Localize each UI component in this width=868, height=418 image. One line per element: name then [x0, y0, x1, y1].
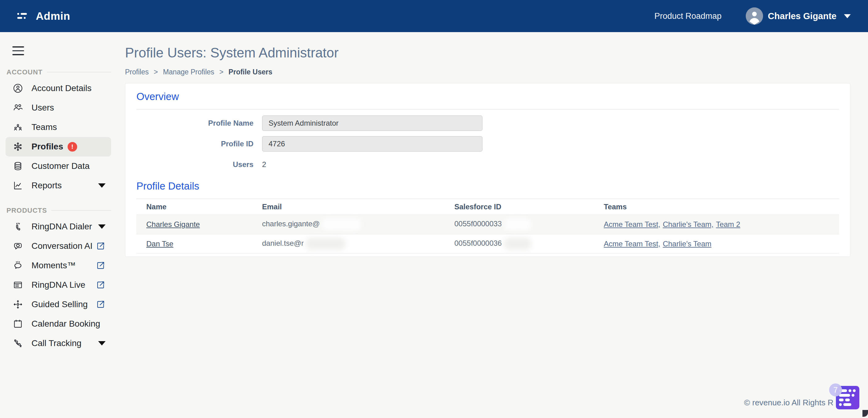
- redacted-text: [322, 218, 362, 230]
- salesforce-id-cell: 0055f0000036: [454, 238, 604, 250]
- sidebar-item-guided-selling[interactable]: Guided Selling: [5, 295, 111, 314]
- redacted-text: [306, 238, 346, 250]
- sidebar-item-account-details[interactable]: Account Details: [5, 79, 111, 98]
- profile-details-heading: Profile Details: [136, 180, 850, 192]
- users-label: Users: [125, 160, 253, 169]
- redacted-text: [504, 218, 531, 230]
- team-link[interactable]: Charlie's Team,: [663, 220, 713, 229]
- product-roadmap-link[interactable]: Product Roadmap: [654, 11, 722, 21]
- chat-unread-badge: 7: [829, 383, 842, 396]
- user-menu[interactable]: Charles Gigante: [746, 7, 851, 25]
- divider: [136, 109, 839, 110]
- chevron-down-icon: [844, 14, 851, 18]
- user-name-link[interactable]: Charles Gigante: [146, 220, 200, 229]
- revenue-logo-icon: [17, 12, 31, 20]
- teams-cell: Acme Team Test,Charlie's Team: [604, 240, 839, 248]
- external-link-icon: [96, 299, 105, 309]
- main-content: Profile Users: System Administrator Prof…: [117, 32, 868, 418]
- hamburger-menu-icon[interactable]: [12, 46, 24, 55]
- avatar: [746, 7, 763, 25]
- profile-id-label: Profile ID: [125, 140, 253, 148]
- sidebar-section-account: ACCOUNT: [6, 68, 111, 76]
- user-name: Charles Gigante: [768, 11, 837, 21]
- user-name-link[interactable]: Dan Tse: [146, 240, 174, 248]
- page-title: Profile Users: System Administrator: [125, 45, 850, 60]
- team-link[interactable]: Team 2: [716, 220, 740, 229]
- copyright-text: © revenue.io All Rights R: [744, 398, 833, 408]
- external-link-icon: [96, 280, 105, 290]
- breadcrumb-manage-profiles[interactable]: Manage Profiles: [163, 68, 214, 76]
- sidebar-item-call-tracking[interactable]: Call Tracking: [5, 334, 111, 353]
- column-header-name: Name: [146, 203, 262, 211]
- conversation-ai-icon: [12, 240, 24, 251]
- breadcrumb-profiles[interactable]: Profiles: [125, 68, 149, 76]
- column-header-salesforce-id: Salesforce ID: [454, 203, 604, 211]
- sidebar-item-ringdna-dialer[interactable]: RingDNA Dialer: [5, 217, 111, 237]
- chevron-down-icon[interactable]: [98, 183, 105, 188]
- breadcrumb-profile-users: Profile Users: [228, 68, 272, 76]
- topbar: Admin Product Roadmap Charles Gigante: [0, 0, 868, 32]
- salesforce-id-cell: 0055f0000033: [454, 218, 604, 230]
- users-icon: [12, 102, 24, 113]
- teams-icon: [12, 122, 24, 133]
- sidebar-item-moments[interactable]: Moments™: [5, 256, 111, 275]
- sidebar-item-reports[interactable]: Reports: [5, 176, 111, 196]
- chevron-down-icon[interactable]: [98, 341, 105, 346]
- users-count: 2: [262, 160, 266, 169]
- breadcrumb: Profiles > Manage Profiles > Profile Use…: [125, 68, 850, 76]
- moments-icon: [12, 260, 24, 271]
- table-row: Dan Tse daniel.tse@r 0055f0000036 Acme T…: [136, 234, 839, 253]
- external-link-icon: [96, 241, 105, 251]
- redacted-text: [504, 238, 531, 250]
- sidebar: ACCOUNT Account Details Users Teams Prof…: [0, 32, 117, 418]
- customer-data-icon: [12, 160, 24, 172]
- sidebar-item-teams[interactable]: Teams: [5, 118, 111, 137]
- sidebar-section-products: PRODUCTS: [6, 207, 111, 214]
- alert-badge: !: [68, 142, 77, 152]
- profile-users-table: Name Email Salesforce ID Teams Charles G…: [136, 199, 839, 253]
- external-link-icon: [96, 261, 105, 270]
- column-header-teams: Teams: [604, 203, 839, 211]
- reports-icon: [12, 180, 24, 191]
- profiles-icon: [12, 141, 24, 152]
- profile-id-field[interactable]: [262, 136, 483, 152]
- team-link[interactable]: Charlie's Team: [663, 240, 712, 248]
- guided-selling-icon: [12, 299, 24, 310]
- call-tracking-icon: [12, 338, 24, 349]
- brand[interactable]: Admin: [17, 10, 70, 22]
- ringdna-live-icon: [12, 279, 24, 291]
- table-row: Charles Gigante charles.gigante@ 0055f00…: [136, 214, 839, 234]
- overview-heading: Overview: [136, 91, 850, 102]
- sidebar-item-ringdna-live[interactable]: RingDNA Live: [5, 275, 111, 295]
- sidebar-item-conversation-ai[interactable]: Conversation AI: [5, 237, 111, 256]
- account-details-icon: [12, 83, 24, 94]
- chevron-down-icon[interactable]: [98, 225, 105, 229]
- sidebar-item-customer-data[interactable]: Customer Data: [5, 156, 111, 176]
- team-link[interactable]: Acme Team Test,: [604, 220, 660, 229]
- table-header-row: Name Email Salesforce ID Teams: [136, 199, 839, 214]
- sidebar-item-calendar-booking[interactable]: Calendar Booking: [5, 314, 111, 334]
- profile-name-label: Profile Name: [125, 119, 253, 127]
- sidebar-item-profiles[interactable]: Profiles !: [5, 137, 111, 156]
- dialer-icon: [12, 221, 24, 232]
- team-link[interactable]: Acme Team Test,: [604, 240, 660, 248]
- column-header-email: Email: [262, 203, 454, 211]
- teams-cell: Acme Team Test,Charlie's Team,Team 2: [604, 220, 839, 229]
- sidebar-item-users[interactable]: Users: [5, 98, 111, 118]
- calendar-icon: [12, 318, 24, 329]
- email-cell: daniel.tse@r: [262, 238, 454, 250]
- profile-card: Overview Profile Name Profile ID Users 2…: [125, 83, 850, 257]
- email-cell: charles.gigante@: [262, 218, 454, 230]
- profile-name-field[interactable]: [262, 116, 483, 131]
- brand-name: Admin: [36, 10, 70, 22]
